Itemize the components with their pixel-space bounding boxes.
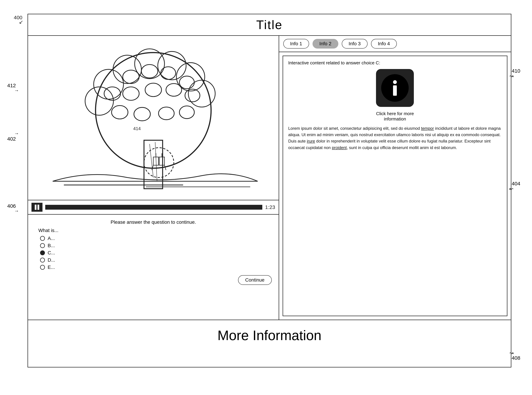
svg-point-12 [188, 80, 215, 107]
svg-rect-29 [159, 157, 164, 165]
label-404-arrow: ↝ [510, 186, 513, 192]
svg-point-14 [123, 70, 139, 83]
label-406-arrow: → [14, 208, 19, 214]
list-item[interactable]: C... [40, 250, 272, 256]
radio-e[interactable] [40, 265, 45, 270]
svg-point-21 [166, 83, 182, 96]
label-404: 404 [512, 181, 520, 187]
info-icon-wrapper [288, 69, 502, 108]
tree-illustration [28, 36, 279, 200]
left-panel: 414 1:23 Please answer the question to c… [28, 36, 279, 320]
label-408-arrow: ↝ [510, 350, 513, 356]
underline-tempor: tempor [421, 126, 434, 131]
label-412-arrow: → [14, 88, 19, 93]
svg-point-19 [123, 87, 139, 100]
label-412: 412 [7, 83, 16, 88]
svg-point-24 [134, 107, 150, 121]
info-content: Interactive content related to answer ch… [283, 56, 507, 316]
list-item[interactable]: B... [40, 243, 272, 248]
page-title: Title [32, 18, 507, 32]
svg-point-9 [135, 49, 164, 79]
title-bar: Title [28, 14, 511, 36]
info-header-text: Interactive content related to answer ch… [288, 60, 502, 66]
svg-point-25 [159, 107, 174, 120]
svg-point-20 [145, 83, 161, 97]
tab-info1[interactable]: Info 1 [283, 39, 309, 49]
label-408: 408 [512, 355, 520, 361]
label-410: 410 [512, 68, 520, 74]
list-item[interactable]: D... [40, 257, 272, 263]
choice-e-label: E... [48, 264, 55, 270]
svg-point-18 [104, 87, 120, 100]
radio-d[interactable] [40, 258, 45, 263]
radio-a[interactable] [40, 236, 45, 241]
svg-point-17 [179, 76, 194, 89]
info-i-bar [393, 85, 397, 96]
svg-point-23 [112, 105, 128, 119]
list-item[interactable]: E... [40, 264, 272, 270]
video-controls: 1:23 [28, 200, 279, 215]
choice-b-label: B... [48, 243, 55, 248]
info-icon-box[interactable] [376, 69, 414, 107]
progress-bar[interactable] [45, 205, 262, 210]
choice-d-label: D... [48, 257, 55, 263]
svg-point-15 [141, 65, 158, 78]
tab-info4[interactable]: Info 4 [371, 39, 397, 49]
info-icon-circle [381, 74, 409, 102]
tabs-row: Info 1 Info 2 Info 3 Info 4 [279, 36, 511, 52]
lorem-text: Lorem ipsum dolor sit amet, consectetur … [288, 125, 502, 151]
label-414: 414 [133, 126, 141, 131]
svg-line-33 [164, 165, 166, 170]
choice-a-label: A... [48, 236, 55, 241]
label-410-arrow: ↝ [510, 73, 513, 79]
main-frame: Title [27, 14, 511, 368]
bottom-bar: More Information [28, 320, 511, 351]
continue-button[interactable]: Continue [238, 275, 272, 285]
list-item[interactable]: A... [40, 236, 272, 241]
svg-point-27 [144, 148, 174, 177]
svg-point-16 [161, 67, 176, 80]
radio-c[interactable] [40, 250, 45, 255]
label-406: 406 [7, 203, 16, 209]
svg-point-26 [179, 106, 194, 119]
label-402: 402 [7, 136, 16, 142]
underline-proident: proident [332, 145, 347, 150]
time-display: 1:23 [265, 204, 275, 210]
main-content: 414 1:23 Please answer the question to c… [28, 36, 511, 320]
tab-info2[interactable]: Info 2 [312, 39, 338, 49]
svg-point-8 [113, 55, 141, 84]
click-here-text: Click here for moreinformation [288, 111, 502, 122]
question-text: What is... [38, 228, 272, 233]
question-prompt: Please answer the question to continue. [35, 219, 272, 225]
pause-icon [35, 205, 39, 210]
info-i-dot [393, 80, 397, 84]
continue-btn-wrap: Continue [35, 275, 272, 285]
video-area: 414 [28, 36, 279, 200]
underline-irure: irure [307, 139, 315, 143]
right-panel: Info 1 Info 2 Info 3 Info 4 Interactive … [279, 36, 511, 320]
answer-choices: A... B... C... D... [40, 236, 272, 270]
question-area: Please answer the question to continue. … [28, 215, 279, 320]
pause-button[interactable] [32, 203, 43, 212]
label-402-arrow: → [14, 131, 19, 136]
label-400-arrow: ↙ [19, 19, 23, 25]
tab-info3[interactable]: Info 3 [342, 39, 368, 49]
radio-b[interactable] [40, 243, 45, 248]
bottom-title: More Information [217, 328, 322, 343]
choice-c-label: C... [48, 250, 55, 256]
